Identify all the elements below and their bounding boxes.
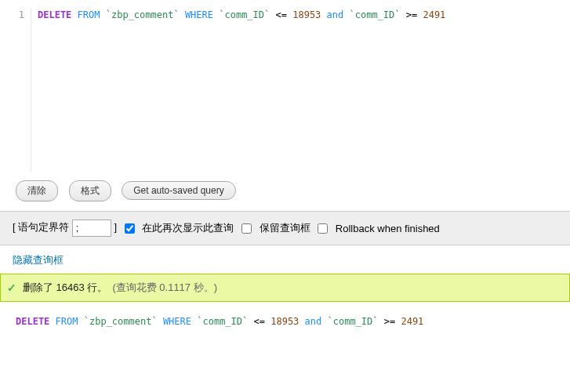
button-row: 清除 格式 Get auto-saved query xyxy=(0,172,570,211)
clear-button[interactable]: 清除 xyxy=(16,180,58,201)
keyword-delete: DELETE xyxy=(38,9,71,20)
echo-and: and xyxy=(305,316,322,327)
executed-query: DELETE FROM `zbp_comment` WHERE `comm_ID… xyxy=(0,310,570,343)
echo-val2: 2491 xyxy=(401,316,423,327)
hide-query-box-link[interactable]: 隐藏查询框 xyxy=(13,254,64,266)
rollback-label: Rollback when finished xyxy=(336,223,440,234)
success-message: ✓ 删除了 16463 行。 (查询花费 0.1117 秒。) xyxy=(0,274,570,302)
echo-table: `zbp_comment` xyxy=(84,316,158,327)
value-1: 18953 xyxy=(292,9,321,20)
delimiter-row: [ 语句定界符 ] 在此再次显示此查询 保留查询框 Rollback when … xyxy=(0,211,570,245)
keep-checkbox[interactable] xyxy=(241,223,252,234)
line-gutter: 1 xyxy=(8,8,31,172)
checkmark-icon: ✓ xyxy=(7,281,16,294)
keep-label: 保留查询框 xyxy=(260,222,310,234)
format-button[interactable]: 格式 xyxy=(69,180,111,201)
keyword-and: and xyxy=(327,9,344,20)
echo-where: WHERE xyxy=(163,316,191,327)
echo-val1: 18953 xyxy=(270,316,299,327)
value-2: 2491 xyxy=(423,9,445,20)
success-main-text: 删除了 16463 行。 xyxy=(23,281,107,295)
link-row: 隐藏查询框 xyxy=(0,245,570,274)
get-autosaved-button[interactable]: Get auto-saved query xyxy=(122,181,235,200)
column-1: `comm_ID` xyxy=(219,9,270,20)
echo-op1: <= xyxy=(254,316,265,327)
operator-1: <= xyxy=(276,9,287,20)
delimiter-suffix: ] xyxy=(114,221,117,233)
echo-delete: DELETE xyxy=(16,316,49,327)
retain-label: 在此再次显示此查询 xyxy=(142,222,234,234)
keyword-from: FROM xyxy=(78,9,100,20)
echo-from: FROM xyxy=(56,316,78,327)
echo-col1: `comm_ID` xyxy=(197,316,248,327)
column-2: `comm_ID` xyxy=(349,9,400,20)
code-content[interactable]: DELETE FROM `zbp_comment` WHERE `comm_ID… xyxy=(31,8,570,172)
keyword-where: WHERE xyxy=(185,9,213,20)
retain-checkbox[interactable] xyxy=(125,223,135,234)
echo-col2: `comm_ID` xyxy=(327,316,378,327)
echo-op2: >= xyxy=(384,316,395,327)
rollback-checkbox[interactable] xyxy=(318,223,328,234)
delimiter-prefix: [ 语句定界符 xyxy=(13,221,69,233)
success-sub-text: (查询花费 0.1117 秒。) xyxy=(112,281,217,295)
delimiter-input[interactable] xyxy=(72,220,111,237)
operator-2: >= xyxy=(406,9,417,20)
table-name: `zbp_comment` xyxy=(106,9,180,20)
sql-editor[interactable]: 1 DELETE FROM `zbp_comment` WHERE `comm_… xyxy=(0,0,570,172)
line-number: 1 xyxy=(8,8,24,22)
